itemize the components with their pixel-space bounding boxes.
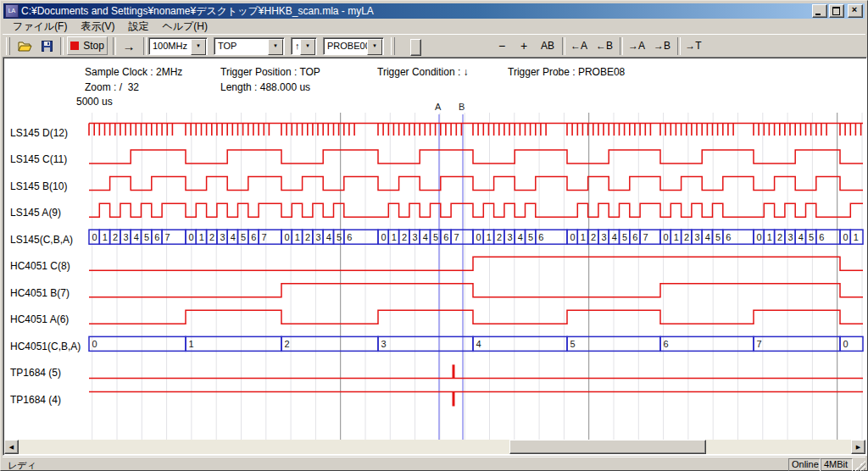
- bus-value: 5: [570, 339, 576, 349]
- trigger-probe-select[interactable]: PROBE00 ▼: [323, 37, 384, 55]
- scrollbar-thumb[interactable]: [509, 440, 706, 454]
- bus-value: 0: [92, 339, 97, 349]
- horizontal-scrollbar[interactable]: ◀ ▶: [4, 440, 865, 454]
- zoom-ab-button[interactable]: AB: [537, 36, 559, 55]
- bus-value: 0: [381, 232, 387, 242]
- bus-value: 1: [487, 232, 492, 242]
- menu-view[interactable]: 表示(V): [74, 19, 121, 35]
- bus-value: 7: [643, 232, 648, 242]
- trigger-edge-value: ↑: [292, 38, 300, 54]
- channel-label: HC4051 A(6): [10, 313, 69, 325]
- minimize-icon: [815, 14, 821, 15]
- open-folder-icon: [18, 41, 32, 52]
- waveform-hc4051-bit0: [89, 310, 863, 324]
- menu-file[interactable]: ファイル(F): [6, 19, 74, 35]
- bus-value: 6: [632, 232, 637, 242]
- bus-value: 1: [854, 232, 859, 242]
- goto-cursor-a-fwd-button[interactable]: →A: [625, 36, 648, 55]
- run-arrow-icon: →: [123, 39, 136, 53]
- goto-cursor-b-fwd-button[interactable]: →B: [650, 36, 674, 55]
- zoom-in-button[interactable]: +: [515, 36, 533, 55]
- maximize-icon: [832, 7, 840, 15]
- bus-value: 4: [798, 232, 804, 242]
- floppy-disk-icon: [42, 41, 53, 52]
- bus-value: 0: [570, 232, 576, 242]
- trigger-probe-value: PROBE00: [324, 38, 367, 54]
- status-message: レディ: [8, 459, 36, 471]
- bus-value: 3: [507, 232, 512, 242]
- status-online: Online: [788, 458, 821, 471]
- goto-cursor-a-back-button[interactable]: ←A: [567, 36, 591, 55]
- waveform-ls145-bit2: [89, 150, 863, 163]
- bus-value: 1: [103, 232, 108, 242]
- bus-value: 0: [843, 232, 849, 242]
- channel-label: LS145 A(9): [10, 207, 61, 219]
- save-file-button[interactable]: [36, 36, 57, 55]
- window-title: C:¥Documents and Settings¥noname¥デスクトップ¥…: [21, 4, 810, 19]
- bus-value: 1: [189, 339, 194, 349]
- resize-grip[interactable]: [854, 460, 865, 471]
- dropdown-arrow-icon[interactable]: ▼: [268, 39, 283, 55]
- toolbar: Stop → 100MHz ▼ TOP ▼ ↑ ▼ PROBE00 ▼ − + …: [3, 34, 865, 58]
- sample-clock-select[interactable]: 100MHz ▼: [148, 37, 208, 55]
- bus-value: 5: [715, 232, 721, 242]
- bus-value: 5: [144, 232, 149, 242]
- bus-value: 7: [262, 232, 267, 242]
- close-button[interactable]: ×: [848, 4, 863, 18]
- toolbar-separator: [143, 37, 147, 55]
- bus-value: 5: [622, 232, 627, 242]
- bus-segment: [281, 336, 378, 351]
- trigger-position-value: TOP: [214, 38, 268, 54]
- waveform-ls145-bit0: [89, 203, 863, 217]
- stop-icon: [70, 42, 79, 50]
- scroll-left-button[interactable]: ◀: [4, 440, 19, 454]
- toolbar-separator: [113, 37, 116, 55]
- bus-value: 6: [154, 232, 159, 242]
- bus-value: 3: [381, 339, 387, 349]
- dropdown-arrow-icon[interactable]: ▼: [300, 39, 315, 55]
- bus-value: 3: [220, 232, 225, 242]
- channel-label: HC4051(C,B,A): [10, 341, 81, 352]
- channel-label: LS145 D(12): [10, 127, 68, 139]
- trigger-position-select[interactable]: TOP ▼: [214, 37, 285, 55]
- status-memory: 4MBit: [821, 458, 853, 471]
- stop-button[interactable]: Stop: [67, 36, 108, 55]
- toolbar-grip[interactable]: [6, 37, 10, 55]
- maximize-button[interactable]: [829, 4, 844, 18]
- scroll-right-button[interactable]: ▶: [851, 440, 865, 454]
- waveform-hc4051-bit1: [89, 284, 863, 297]
- bus-value: 5: [809, 232, 814, 242]
- menu-help[interactable]: ヘルプ(H): [155, 19, 214, 35]
- dropdown-arrow-icon[interactable]: ▼: [367, 39, 382, 55]
- menu-bar: ファイル(F) 表示(V) 設定 ヘルプ(H): [3, 19, 865, 34]
- bus-value: 5: [433, 232, 438, 242]
- bus-value: 0: [476, 232, 481, 242]
- bus-segment: [754, 336, 840, 351]
- grid-line-minor: [92, 113, 862, 440]
- open-file-button[interactable]: [14, 36, 35, 55]
- bus-value: 6: [347, 232, 352, 242]
- dropdown-arrow-icon[interactable]: ▼: [191, 39, 206, 55]
- waveform-panel: Sample Clock : 2MHz Zoom : / 32 Trigger …: [3, 57, 867, 456]
- waveform-clock-ticks: [89, 124, 863, 136]
- run-button[interactable]: →: [118, 36, 140, 55]
- bus-value: 2: [777, 232, 782, 242]
- bus-value: 2: [591, 232, 596, 242]
- zoom-slider-thumb[interactable]: [410, 39, 421, 56]
- bus-segment: [378, 336, 473, 351]
- minimize-button[interactable]: [812, 4, 827, 18]
- goto-trigger-button[interactable]: →T: [682, 36, 704, 55]
- toolbar-grip[interactable]: [391, 37, 395, 55]
- zoom-out-button[interactable]: −: [492, 36, 511, 55]
- bus-value: 5: [337, 232, 342, 242]
- bus-value: 5: [528, 232, 533, 242]
- bus-value: 2: [684, 232, 689, 242]
- channel-label: TP1684 (5): [10, 367, 61, 379]
- channel-label: LS145(C,B,A): [10, 234, 73, 246]
- app-icon[interactable]: LA: [5, 4, 19, 18]
- goto-cursor-b-back-button[interactable]: ←B: [593, 36, 616, 55]
- trigger-edge-select[interactable]: ↑ ▼: [291, 37, 317, 55]
- bus-value: 3: [123, 232, 128, 242]
- toolbar-separator: [677, 37, 681, 55]
- menu-settings[interactable]: 設定: [121, 19, 155, 35]
